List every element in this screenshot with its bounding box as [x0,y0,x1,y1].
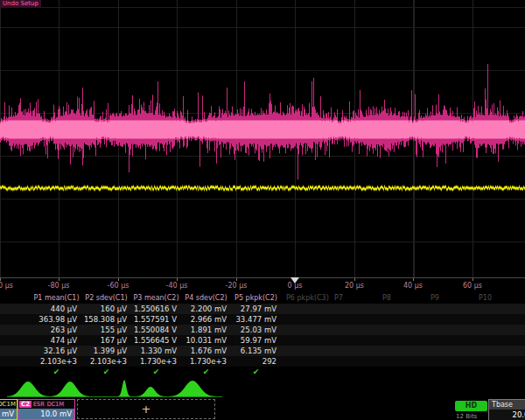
descriptor-strip: DC1M 0 mV C2 ESR DC1M 10.0 mV + HD 12 Bi… [0,399,525,420]
timebase-descriptor[interactable]: Tbase 20.0 µs [488,399,525,420]
measure-value-p4-r4: 10.031 mV [181,335,231,346]
measure-value-p4-r5: 1.676 mV [181,346,231,356]
measure-value-p5-r1: 27.97 mV [231,304,281,314]
axis-tick [59,278,60,281]
waveform-canvas [0,0,525,277]
channel-c2-descriptor[interactable]: C2 ESR DC1M 10.0 mV [18,399,75,420]
axis-tick-label: 60 µs [463,282,482,290]
measure-value-p2-r3: 155 µV [81,325,131,335]
measure-value-p5-r5: 6.135 mV [231,346,281,356]
c1-coupling-label: DC1M [0,401,16,408]
measure-header-p5[interactable]: P5 pkpk(C2) [231,292,281,304]
measure-header-p4[interactable]: P4 sdev(C2) [181,292,231,304]
axis-tick [413,278,414,281]
oscilloscope-screen: Undo Setup -100 µs-80 µs-60 µs-40 µs-20 … [0,0,525,420]
measure-value-p3-r1: 1.550616 V [131,304,181,314]
measure-header-p7[interactable]: P7 [329,292,377,304]
measure-value-p3-r4: 1.556645 V [131,335,181,346]
measure-value-p3-r2: 1.557591 V [131,314,181,325]
measure-value-p4-r1: 2.200 mV [181,304,231,314]
measure-value-p1-r2: 363.98 µV [32,314,81,325]
measure-value-p1-r3: 263 µV [32,325,81,335]
c2-name-badge: C2 [19,401,32,408]
measure-value-p3-r5: 1.330 mV [131,346,181,356]
measure-header-p3[interactable]: P3 mean(C2) [131,292,181,304]
axis-tick-label: -40 µs [166,282,188,290]
measure-value-p2-r5: 1.399 µV [81,346,131,356]
measure-value-p2-r4: 167 µV [81,335,131,346]
axis-tick [118,278,119,281]
axis-tick-label: 20 µs [345,282,364,290]
axis-tick-label: -80 µs [48,282,70,290]
timebase-value: 20.0 µs [489,410,525,420]
measure-value-p2-r6: 2.103e+3 [81,356,131,367]
measure-header-p2[interactable]: P2 sdev(C1) [81,292,131,304]
axis-tick [236,278,237,281]
measure-value-p1-r6: 2.103e+3 [32,356,81,367]
axis-tick [0,278,1,281]
c2-scale-value: 10.0 mV [18,409,74,419]
c2-eres-badge: ESR [32,401,46,408]
measure-value-p2-r1: 160 µV [81,304,131,314]
measure-header-p6[interactable]: P6 pkpk(C3) [281,292,329,304]
add-trace-button[interactable]: + [77,399,215,419]
measure-value-p1-r1: 440 µV [32,304,81,314]
measure-value-p5-r4: 59.97 mV [231,335,281,346]
measure-header-p11[interactable]: P11 [522,292,525,304]
measure-value-p2-r2: 158.308 µV [81,314,131,325]
measure-header-p8[interactable]: P8 [377,292,425,304]
measure-header-p9[interactable]: P9 [425,292,473,304]
waveform-graticule [0,0,525,277]
measure-value-p3-r6: 1.730e+3 [131,356,181,367]
axis-tick [472,278,473,281]
measure-value-p4-r3: 1.891 mV [181,325,231,335]
c1-scale-value: 0 mV [0,409,17,419]
undo-setup-button[interactable]: Undo Setup [0,0,41,8]
measure-value-p4-r2: 2.966 mV [181,314,231,325]
axis-tick [177,278,178,281]
hd-bits-label: 12 Bits [456,413,477,420]
hd-mode-button[interactable]: HD [455,401,487,411]
measurement-table: P1 mean(C1)P2 sdev(C1)P3 mean(C2)P4 sdev… [0,292,525,377]
axis-tick [354,278,355,281]
time-axis: -100 µs-80 µs-60 µs-40 µs-20 µs0 µs20 µs… [0,277,525,292]
measure-value-p1-r4: 474 µV [32,335,81,346]
channel-c1-descriptor[interactable]: DC1M 0 mV [0,399,18,420]
axis-tick-label: -60 µs [108,282,130,290]
c2-coupling-badge: DC1M [46,401,65,408]
axis-tick-label: -100 µs [0,282,13,290]
trigger-position-icon[interactable] [290,277,299,284]
axis-tick-label: 40 µs [403,282,423,290]
measure-header-p1[interactable]: P1 mean(C1) [32,292,81,304]
measure-value-p3-r3: 1.550084 V [131,325,181,335]
measure-value-p5-r2: 33.477 mV [231,314,281,325]
measure-value-p4-r6: 1.730e+3 [181,356,231,367]
measure-header-p10[interactable]: P10 [473,292,522,304]
measure-value-p1-r5: 32.16 µV [32,346,81,356]
axis-tick-label: -20 µs [226,282,248,290]
plus-icon: + [142,402,151,416]
measure-value-p5-r3: 25.03 mV [231,325,281,335]
measurement-histicons [0,376,525,399]
measure-value-p5-r6: 292 [231,356,281,367]
timebase-label: Tbase [489,400,525,410]
